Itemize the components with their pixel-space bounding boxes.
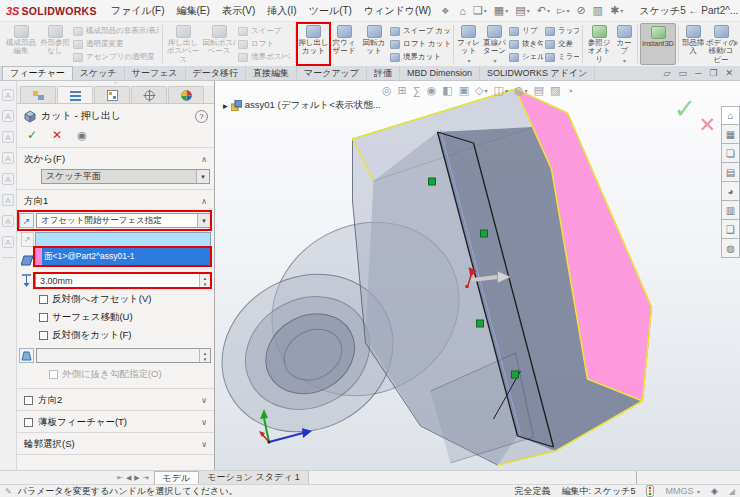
tab-surfaces[interactable]: サーフェス (125, 66, 186, 80)
offset-distance-field[interactable]: 3.00mm ▴▾ (35, 273, 211, 288)
checkbox[interactable] (39, 295, 48, 304)
tree-expander-icon[interactable]: ▸ (223, 100, 228, 111)
select-button[interactable]: ▻▾ (557, 4, 569, 17)
apply-scene-icon[interactable]: ▨ (550, 84, 560, 97)
wrap-button[interactable]: ラップ (545, 25, 579, 37)
mbd-tool-icon[interactable]: A (2, 215, 14, 227)
hole-wizard-button[interactable]: 穴ウィザード (329, 23, 359, 65)
end-condition-dropdown[interactable]: オフセット開始サーフェス指定 ▾ (36, 213, 211, 228)
thin-feature-section-header[interactable]: 薄板フィーチャー(T) ∨ (17, 412, 214, 431)
sketch-relation-handle[interactable] (512, 371, 519, 378)
forum-button[interactable]: ❑ (721, 220, 740, 239)
cancel-button[interactable]: ✕ (52, 128, 62, 142)
boundary-cut-button[interactable]: 境界カット (390, 51, 450, 63)
doc-cascade-icon[interactable]: ▭ (678, 68, 687, 78)
view-settings-icon[interactable]: ◔ (566, 85, 573, 97)
translate-surface-checkbox-row[interactable]: サーフェス移動(U) (39, 311, 214, 324)
swept-cut-button[interactable]: スイープ カット (390, 25, 450, 37)
selected-face-item[interactable]: 面<1>@Part2^assy01-1 (36, 248, 210, 265)
from-section-header[interactable]: 次から(F) ∧ (17, 149, 214, 168)
tab-data-migration[interactable]: データ移行 (186, 66, 246, 80)
menu-tools[interactable]: ツール(T) (307, 4, 354, 18)
sweep-button[interactable]: スイープ (238, 25, 292, 37)
doc-minimize-button[interactable]: ─ (695, 68, 701, 78)
insert-part-button[interactable]: 部品挿入 (681, 23, 705, 65)
nav-first-icon[interactable]: ⇤ (117, 474, 123, 482)
spinner-stepper[interactable]: ▴▾ (199, 274, 210, 287)
dimxpertmanager-tab[interactable] (131, 86, 167, 103)
shell-button[interactable]: シェル (509, 51, 543, 63)
previous-view-icon[interactable]: ◉ (427, 84, 437, 97)
direction1-section-header[interactable]: 方向1 ∧ (17, 191, 214, 210)
doc-new-window-icon[interactable]: ▱ (664, 68, 671, 78)
file-explorer-button[interactable]: ❏ (721, 144, 740, 163)
checkbox[interactable] (39, 331, 48, 340)
resize-grip-icon[interactable]: ◢ (729, 487, 735, 496)
draft-button[interactable]: 抜き勾配 (509, 38, 543, 50)
preview-eye-icon[interactable]: ◉ (77, 129, 87, 142)
mbd-tool-icon[interactable]: A (2, 89, 14, 101)
undo-button[interactable]: ↶▾ (537, 4, 550, 17)
tab-markup[interactable]: マークアップ (297, 66, 367, 80)
tab-sketch[interactable]: スケッチ (73, 66, 125, 80)
zoom-area-icon[interactable]: ⊞ (398, 84, 407, 97)
mbd-tool-icon[interactable]: A (2, 110, 14, 122)
fillet-button[interactable]: フィレット ▾ (456, 23, 481, 65)
tab-mbd-dimension[interactable]: MBD Dimension (400, 66, 480, 80)
home-button[interactable]: ⌂ (459, 5, 466, 17)
dynamic-annotation-icon[interactable]: ▣ (459, 84, 469, 97)
pm-help-icon[interactable]: ? (195, 110, 208, 123)
assembly-tree-item[interactable]: assy01 (デフォルト<表示状態... (245, 99, 381, 112)
rib-button[interactable]: リブ (509, 25, 543, 37)
draft-angle-field[interactable]: ▴▾ (36, 348, 211, 363)
sketch-relation-handle[interactable] (481, 230, 488, 237)
assembly-transparency-button[interactable]: アセンブリの透明度 (73, 51, 159, 63)
revolved-boss-button[interactable]: 回転ボス/ベース (201, 23, 237, 65)
intersect-button[interactable]: 交差 (545, 38, 579, 50)
flip-side-checkbox-row[interactable]: 反対側をカット(F) (39, 329, 214, 342)
sketch-relation-handle[interactable] (429, 178, 436, 185)
loft-button[interactable]: ロフト (238, 38, 292, 50)
rebuild-button[interactable]: ⊘ (576, 4, 585, 17)
model-tab[interactable]: モデル (154, 471, 200, 484)
section-view-icon[interactable]: ◧ (442, 84, 452, 97)
view-orientation-icon[interactable]: ◇▾ (475, 84, 487, 97)
save-button[interactable]: ▦▾ (494, 4, 508, 17)
configurationmanager-tab[interactable] (94, 86, 130, 103)
curves-button[interactable]: カーブ ▾ (613, 23, 635, 65)
thin-feature-checkbox[interactable] (24, 418, 33, 427)
reverse-direction-button[interactable]: ↗ (19, 213, 34, 228)
mirror-button[interactable]: ミラー (545, 51, 579, 63)
displaymanager-tab[interactable] (168, 86, 204, 103)
graphics-viewport[interactable]: ▸ assy01 (デフォルト<表示状態... ◎ ⊞ ∑ ◉ ◧ ▣ ◇▾ ◫… (215, 81, 740, 470)
sketch-relation-handle[interactable] (477, 320, 484, 327)
tab-solidworks-addins[interactable]: SOLIDWORKS アドイン (480, 66, 595, 80)
ribbon-overflow-button[interactable]: » (733, 38, 738, 48)
nav-prev-icon[interactable]: ◀ (126, 474, 131, 482)
performance-icon[interactable]: ◈ (711, 486, 718, 496)
doc-restore-button[interactable]: ❐ (709, 68, 717, 78)
evaluate-icon[interactable]: ∑ (413, 85, 421, 97)
menu-pin-icon[interactable]: ❖ (441, 6, 449, 16)
mbd-tool-icon[interactable]: A (2, 194, 14, 206)
change-transparency-button[interactable]: 透明度変更 (73, 38, 159, 50)
offset-face-selection-box[interactable]: 面<1>@Part2^assy01-1 (35, 232, 211, 266)
view-palette-button[interactable]: ▤ (721, 163, 740, 182)
tab-features[interactable]: フィーチャー (2, 66, 73, 80)
extruded-boss-button[interactable]: 押し出しボス/ベース (165, 23, 201, 65)
offset-reverse-checkbox-row[interactable]: 反対側へオフセット(V) (39, 293, 214, 306)
edit-appearance-icon[interactable]: ▤ (534, 84, 544, 97)
hide-show-components-button[interactable]: 構成部品の非表示/表示 (73, 25, 159, 37)
checkbox[interactable] (39, 313, 48, 322)
tab-direct-editing[interactable]: 直接編集 (246, 66, 297, 80)
nav-next-icon[interactable]: ▶ (134, 474, 139, 482)
design-library-button[interactable]: ▦ (721, 125, 740, 144)
tab-evaluate[interactable]: 評価 (367, 66, 400, 80)
custom-properties-button[interactable]: ▥ (721, 201, 740, 220)
3d-content-central-button[interactable]: ◍ (721, 239, 740, 258)
zoom-fit-icon[interactable]: ◎ (382, 84, 392, 97)
ok-button[interactable]: ✓ (27, 128, 37, 142)
mbd-tool-icon[interactable]: A (2, 236, 14, 248)
propertymanager-tab[interactable] (57, 86, 93, 103)
unit-system[interactable]: MMGS ▾ (665, 486, 700, 496)
